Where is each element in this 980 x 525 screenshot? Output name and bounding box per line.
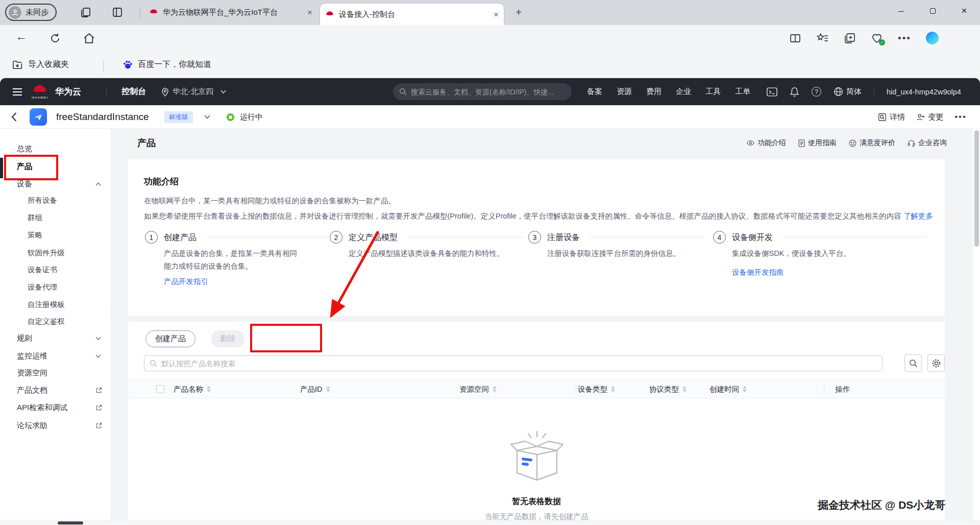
- account-id[interactable]: hid_ux4-hmp42w9olp4: [887, 88, 961, 96]
- tab-iot-platform[interactable]: 华为云物联网平台_华为云IoT平台 ×: [144, 0, 317, 25]
- sidebar-item-self-registration-template[interactable]: 自注册模板: [0, 296, 111, 313]
- tab-groups-icon[interactable]: [80, 6, 92, 18]
- collections-icon[interactable]: [844, 32, 856, 44]
- bookmark-baidu[interactable]: 百度一下，你就知道: [122, 59, 211, 70]
- maximize-button[interactable]: [917, 0, 948, 21]
- browser-profile-button[interactable]: 未同步: [5, 4, 57, 21]
- sidebar-item-rules[interactable]: 规则: [0, 329, 111, 347]
- product-search-box[interactable]: [144, 355, 883, 371]
- instance-chevron-icon[interactable]: [204, 105, 210, 129]
- sidebar-item-custom-auth[interactable]: 自定义鉴权: [0, 313, 111, 330]
- sidebar-item-resource-space[interactable]: 资源空间: [0, 364, 111, 381]
- product-search-input[interactable]: [161, 360, 877, 368]
- nav-link-billing[interactable]: 费用: [646, 87, 662, 97]
- baidu-paw-icon: [122, 59, 133, 70]
- sort-icon[interactable]: [493, 386, 497, 392]
- region-selector[interactable]: 华北-北京四: [173, 78, 213, 105]
- more-actions-icon[interactable]: •••: [954, 112, 967, 122]
- settings-more-icon[interactable]: •••: [898, 33, 911, 44]
- bookmarks-divider: [103, 60, 104, 71]
- table-settings-button[interactable]: [927, 354, 945, 372]
- nav-link-enterprise[interactable]: 企业: [676, 87, 691, 97]
- sidebar-item-product-docs[interactable]: 产品文档: [0, 381, 111, 399]
- home-icon[interactable]: [83, 32, 95, 45]
- sidebar-item-device-certificate[interactable]: 设备证书: [0, 261, 111, 278]
- nav-link-tools[interactable]: 工具: [705, 87, 721, 97]
- tab-close-icon[interactable]: ×: [494, 10, 499, 19]
- close-button[interactable]: ×: [948, 0, 980, 21]
- user-guide-link[interactable]: 使用指南: [798, 138, 837, 148]
- enterprise-consult-link[interactable]: 企业咨询: [908, 138, 947, 148]
- sidebar-selection-indicator: [0, 158, 3, 178]
- notifications-bell-icon[interactable]: [790, 87, 799, 97]
- browser-tab-bar: 未同步 华为云物联网平台_华为云IoT平台 × 设备接入-控制台 × + ─ ×: [0, 0, 980, 25]
- sidebar-item-firmware-upgrade[interactable]: 软固件升级: [0, 244, 111, 261]
- sidebar-item-all-devices[interactable]: 所有设备: [0, 192, 111, 209]
- nav-link-resources[interactable]: 资源: [617, 87, 632, 97]
- column-device-type[interactable]: 设备类型: [578, 379, 615, 399]
- tab-close-icon[interactable]: ×: [307, 8, 312, 17]
- favorites-list-icon[interactable]: [816, 32, 829, 44]
- detail-button[interactable]: 详情: [878, 112, 905, 122]
- vertical-tabs-icon[interactable]: [111, 6, 124, 18]
- back-chevron-icon[interactable]: [11, 105, 17, 129]
- search-icon: [150, 360, 157, 367]
- bookmark-label: 导入收藏夹: [28, 59, 69, 70]
- sort-icon[interactable]: [207, 386, 211, 392]
- back-icon[interactable]: ←: [15, 30, 27, 43]
- help-icon[interactable]: ?: [812, 87, 821, 97]
- region-chevron-icon[interactable]: [220, 78, 226, 105]
- horizontal-scrollbar-thumb[interactable]: [58, 521, 83, 524]
- column-resource-space[interactable]: 资源空间: [459, 379, 497, 399]
- device-dev-guide-link[interactable]: 设备侧开发指南: [732, 268, 784, 277]
- import-favorites-button[interactable]: 导入收藏夹: [12, 59, 69, 70]
- browser-essentials-icon[interactable]: ✓: [871, 32, 883, 44]
- feature-intro-link[interactable]: 功能介绍: [747, 138, 786, 148]
- product-dev-guide-link[interactable]: 产品开发指引: [164, 277, 208, 287]
- cloud-shell-icon[interactable]: [767, 87, 777, 97]
- refresh-icon[interactable]: [49, 32, 61, 44]
- main-content: 产品 功能介绍 使用指南 满意度评价 企业咨询 功能介绍 在物联网平台中，某一类…: [111, 129, 973, 520]
- sidebar-item-policy[interactable]: 策略: [0, 226, 111, 244]
- change-button[interactable]: 变更: [916, 112, 943, 122]
- sidebar-item-device-proxy[interactable]: 设备代理: [0, 278, 111, 296]
- browser-address-bar: ← https://console.huaweicloud.com/iotdm/…: [0, 25, 980, 54]
- sidebar-item-forum-help[interactable]: 论坛求助: [0, 417, 111, 434]
- sort-icon[interactable]: [611, 386, 615, 392]
- split-screen-icon[interactable]: [789, 32, 801, 44]
- column-create-time[interactable]: 创建时间: [709, 379, 747, 399]
- delete-button[interactable]: 删除: [211, 330, 244, 347]
- new-tab-button[interactable]: +: [516, 7, 522, 17]
- column-protocol-type[interactable]: 协议类型: [649, 379, 687, 399]
- select-all-checkbox[interactable]: [156, 385, 164, 393]
- learn-more-link[interactable]: 了解更多: [903, 212, 933, 220]
- hamburger-menu-icon[interactable]: [12, 78, 22, 105]
- copilot-icon[interactable]: [926, 32, 939, 44]
- sidebar-item-monitoring[interactable]: 监控运维: [0, 347, 111, 365]
- nav-link-beian[interactable]: 备案: [587, 87, 602, 97]
- vertical-scrollbar[interactable]: [974, 130, 979, 247]
- brand-label[interactable]: 华为云: [55, 78, 81, 105]
- instance-header: freeStandardInstance 标准版 运行中 详情 变更 •••: [0, 105, 980, 129]
- sidebar-item-api-explorer[interactable]: API检索和调试: [0, 399, 111, 416]
- cloud-search-box[interactable]: [393, 83, 572, 100]
- console-label[interactable]: 控制台: [121, 78, 146, 105]
- satisfaction-survey-link[interactable]: 满意度评价: [849, 138, 895, 148]
- language-selector[interactable]: 简体: [834, 87, 862, 97]
- tab-device-console[interactable]: 设备接入-控制台 ×: [320, 4, 504, 25]
- sort-icon[interactable]: [743, 386, 747, 392]
- huawei-logo[interactable]: HUAWEI: [32, 78, 48, 105]
- sidebar-item-groups[interactable]: 群组: [0, 209, 111, 226]
- sort-icon[interactable]: [326, 386, 330, 392]
- cloud-search-input[interactable]: [411, 88, 566, 96]
- page-title: 产品: [137, 137, 156, 149]
- sort-icon[interactable]: [682, 386, 687, 392]
- minimize-button[interactable]: ─: [885, 0, 917, 21]
- create-product-button[interactable]: 创建产品: [145, 330, 195, 347]
- search-button[interactable]: [904, 354, 922, 372]
- horizontal-scrollbar[interactable]: [0, 520, 980, 525]
- column-product-id[interactable]: 产品ID: [300, 379, 330, 399]
- nav-link-ticket[interactable]: 工单: [735, 87, 750, 97]
- table-header: 产品名称 产品ID 资源空间 设备类型 协议类型 创建时间 操作: [128, 379, 945, 398]
- column-product-name[interactable]: 产品名称: [174, 379, 211, 399]
